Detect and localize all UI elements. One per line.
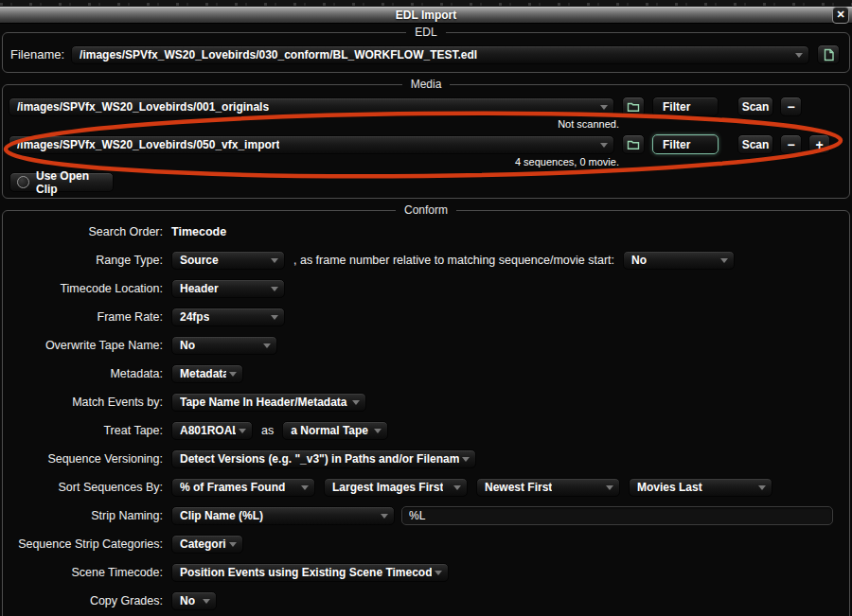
timecode-location-value: Header bbox=[180, 282, 219, 295]
chevron-down-icon bbox=[229, 542, 237, 547]
treat-tape-as-text: as bbox=[261, 424, 274, 437]
close-icon: ✕ bbox=[836, 9, 844, 20]
treat-tape-value: A801ROAL bbox=[180, 424, 236, 437]
edl-section: EDL Filename: /images/SPVfx_WS20_Lovebir… bbox=[2, 26, 850, 73]
scan-button-label: Scan bbox=[742, 100, 770, 114]
range-type-value: Source bbox=[180, 254, 219, 267]
browse-media-folder-button-2[interactable] bbox=[622, 134, 645, 154]
scan-button-2[interactable]: Scan bbox=[737, 134, 773, 154]
filename-label: Filename: bbox=[10, 47, 64, 62]
filter-button-2[interactable]: Filter bbox=[652, 134, 719, 154]
chevron-down-icon bbox=[229, 372, 237, 377]
chevron-down-icon bbox=[720, 258, 728, 263]
conform-body: Search Order: Timecode Range Type: Sourc… bbox=[9, 218, 843, 610]
chevron-down-icon bbox=[600, 143, 608, 148]
copy-grades-dropdown[interactable]: No bbox=[171, 591, 217, 610]
conform-section-legend: Conform bbox=[396, 203, 456, 217]
metadata-value: Metadata bbox=[180, 367, 226, 380]
chevron-down-icon bbox=[271, 315, 278, 320]
filename-row: Filename: /images/SPVfx_WS20_Lovebirds/0… bbox=[9, 40, 843, 66]
sort-movies-dropdown[interactable]: Movies Last bbox=[629, 478, 772, 497]
metadata-row: Metadata: Metadata bbox=[9, 364, 843, 383]
scan-button-1[interactable]: Scan bbox=[737, 97, 773, 116]
use-open-clip-toggle[interactable]: Use Open Clip bbox=[9, 172, 114, 192]
chevron-down-icon bbox=[203, 599, 210, 604]
chevron-down-icon bbox=[435, 571, 442, 575]
media-path-value-1: /images/SPVfx_WS20_Lovebirds/001_origina… bbox=[17, 100, 269, 114]
strip-naming-dropdown[interactable]: Clip Name (%L) bbox=[171, 506, 395, 525]
sort-sequences-label: Sort Sequences By: bbox=[9, 481, 163, 494]
minus-icon: − bbox=[787, 100, 794, 114]
browse-edl-file-button[interactable] bbox=[817, 44, 840, 64]
sort-frames-dropdown[interactable]: % of Frames Found bbox=[171, 478, 315, 497]
range-type-suffix-text: , as frame number relative to matching s… bbox=[293, 254, 614, 267]
sort-sequences-row: Sort Sequences By: % of Frames Found Lar… bbox=[9, 478, 843, 497]
chevron-down-icon bbox=[600, 105, 608, 110]
edl-import-dialog: EDL Import ✕ EDL Filename: /images/SPVfx… bbox=[0, 0, 852, 616]
chevron-down-icon bbox=[301, 485, 309, 490]
search-order-value: Timecode bbox=[171, 225, 226, 238]
overwrite-tape-label: Overwrite Tape Name: bbox=[9, 339, 163, 352]
strip-naming-input[interactable] bbox=[401, 506, 833, 525]
chevron-down-icon bbox=[239, 429, 246, 433]
timecode-location-label: Timecode Location: bbox=[9, 282, 163, 295]
metadata-label: Metadata: bbox=[9, 367, 163, 380]
copy-grades-value: No bbox=[180, 594, 195, 607]
treat-tape-mode-dropdown[interactable]: a Normal Tape bbox=[282, 421, 388, 440]
browse-media-folder-button-1[interactable] bbox=[622, 97, 645, 116]
media-path-dropdown-2[interactable]: /images/SPVfx_WS20_Lovebirds/050_vfx_imp… bbox=[9, 135, 614, 154]
overwrite-tape-dropdown[interactable]: No bbox=[171, 336, 277, 355]
treat-tape-mode-value: a Normal Tape bbox=[291, 424, 368, 437]
frame-rate-row: Frame Rate: 24fps bbox=[9, 308, 843, 326]
chevron-down-icon bbox=[271, 258, 278, 263]
range-type-dropdown[interactable]: Source bbox=[171, 251, 285, 270]
sort-newest-dropdown[interactable]: Newest First bbox=[476, 478, 620, 497]
sequence-versioning-dropdown[interactable]: Detect Versions (e.g. "_v3") in Paths an… bbox=[171, 449, 476, 468]
treat-tape-dropdown[interactable]: A801ROAL bbox=[171, 421, 253, 440]
copy-grades-row: Copy Grades: No bbox=[9, 591, 843, 610]
sequence-versioning-row: Sequence Versioning: Detect Versions (e.… bbox=[9, 449, 843, 468]
dialog-titlebar[interactable]: EDL Import ✕ bbox=[0, 7, 852, 24]
dialog-title: EDL Import bbox=[396, 9, 456, 22]
metadata-dropdown[interactable]: Metadata bbox=[171, 364, 243, 383]
sort-images-dropdown[interactable]: Largest Images First bbox=[324, 478, 468, 497]
media-path-dropdown-1[interactable]: /images/SPVfx_WS20_Lovebirds/001_origina… bbox=[9, 97, 614, 116]
chevron-down-icon bbox=[453, 485, 461, 490]
add-media-path-button[interactable]: + bbox=[808, 134, 830, 154]
scene-timecode-label: Scene Timecode: bbox=[9, 566, 163, 579]
use-open-clip-label: Use Open Clip bbox=[36, 169, 113, 196]
scan-button-label: Scan bbox=[742, 138, 770, 151]
document-icon bbox=[823, 48, 835, 62]
sort-newest-value: Newest First bbox=[485, 481, 552, 494]
edl-filename-dropdown[interactable]: /images/SPVfx_WS20_Lovebirds/030_conform… bbox=[71, 45, 809, 64]
close-button[interactable]: ✕ bbox=[832, 7, 849, 24]
minus-icon: − bbox=[787, 138, 794, 151]
sort-movies-value: Movies Last bbox=[637, 481, 702, 494]
match-events-dropdown[interactable]: Tape Name In Header/Metadata bbox=[171, 393, 366, 412]
scene-timecode-dropdown[interactable]: Position Events using Existing Scene Tim… bbox=[171, 563, 449, 582]
strip-categories-label: Sequence Strip Categories: bbox=[9, 537, 163, 551]
match-events-label: Match Events by: bbox=[9, 396, 163, 409]
treat-tape-label: Treat Tape: bbox=[9, 424, 163, 437]
search-order-label: Search Order: bbox=[9, 225, 163, 238]
timecode-location-dropdown[interactable]: Header bbox=[171, 279, 285, 298]
strip-categories-dropdown[interactable]: Categories bbox=[171, 535, 243, 554]
folder-icon bbox=[627, 101, 640, 113]
chevron-down-icon bbox=[758, 485, 766, 490]
range-type-label: Range Type: bbox=[9, 254, 163, 267]
frame-rate-dropdown[interactable]: 24fps bbox=[171, 308, 285, 326]
remove-media-path-button-2[interactable]: − bbox=[780, 134, 802, 154]
strip-naming-row: Strip Naming: Clip Name (%L) bbox=[9, 506, 843, 525]
range-type-row: Range Type: Source , as frame number rel… bbox=[9, 251, 843, 270]
media-status-2: 4 sequences, 0 movie. bbox=[9, 156, 619, 167]
range-relative-value: No bbox=[631, 254, 647, 267]
chevron-down-icon bbox=[263, 343, 271, 348]
range-relative-dropdown[interactable]: No bbox=[623, 251, 735, 270]
remove-media-path-button-1[interactable]: − bbox=[780, 97, 802, 116]
overwrite-tape-value: No bbox=[180, 339, 195, 352]
chevron-down-icon bbox=[374, 429, 382, 433]
strip-categories-row: Sequence Strip Categories: Categories bbox=[9, 535, 843, 554]
filter-button-1[interactable]: Filter bbox=[652, 97, 719, 116]
chevron-down-icon bbox=[271, 287, 278, 291]
scene-timecode-row: Scene Timecode: Position Events using Ex… bbox=[9, 563, 843, 582]
